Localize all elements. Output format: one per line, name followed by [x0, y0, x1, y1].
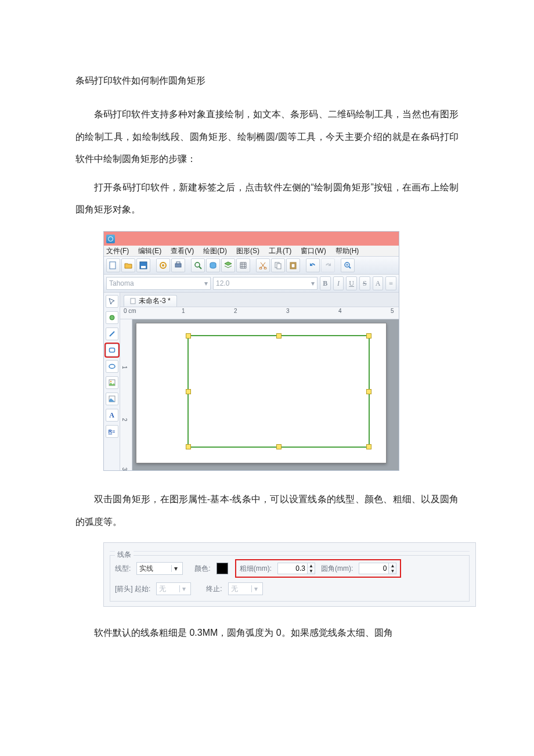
resize-handle-nw[interactable]: [186, 333, 191, 339]
svg-point-4: [162, 264, 164, 267]
print-icon[interactable]: [171, 258, 185, 272]
spinner-down-icon[interactable]: ▼: [308, 568, 315, 574]
menu-shape[interactable]: 图形(S): [236, 247, 259, 254]
svg-rect-2: [141, 266, 146, 268]
arrow-start-select[interactable]: 无 ▾: [156, 582, 191, 595]
thickness-input[interactable]: [277, 563, 308, 574]
rounded-rect-tool-icon[interactable]: [106, 344, 118, 357]
ellipse-tool-icon[interactable]: [106, 360, 118, 373]
radius-input[interactable]: [359, 563, 389, 574]
menu-help[interactable]: 帮助(H): [335, 247, 359, 254]
arrow-end-label: 终止:: [206, 585, 222, 592]
paragraph-4: 软件默认的线条粗细是 0.3MM，圆角弧度为 0。如果感觉线条太细、圆角: [75, 622, 459, 644]
app-titlebar: [104, 232, 399, 246]
database-icon[interactable]: [206, 258, 220, 272]
image-tool-icon[interactable]: [106, 376, 118, 389]
svg-rect-5: [175, 264, 181, 267]
settings-icon[interactable]: [156, 258, 170, 272]
radius-spinner[interactable]: ▲▼: [359, 563, 396, 574]
toolbar-separator: [336, 259, 340, 272]
resize-handle-n[interactable]: [276, 333, 282, 339]
picture-tool-icon[interactable]: [106, 393, 118, 405]
cut-icon[interactable]: [256, 258, 270, 272]
preview-icon[interactable]: [191, 258, 205, 272]
svg-rect-13: [277, 264, 281, 269]
paragraph-2: 打开条码打印软件，新建标签之后，点击软件左侧的“绘制圆角矩形”按钮，在画布上绘制…: [75, 177, 459, 221]
select-tool-icon[interactable]: [106, 295, 118, 308]
canvas-page: [136, 323, 387, 463]
menu-tools[interactable]: 工具(T): [269, 247, 291, 254]
menu-window[interactable]: 窗口(W): [301, 247, 326, 254]
svg-line-21: [110, 332, 114, 336]
ruler-y-1: 1: [121, 366, 127, 369]
line-type-select[interactable]: 实线 ▾: [136, 562, 183, 575]
svg-point-25: [110, 381, 111, 382]
ruler-y-2: 2: [121, 418, 127, 422]
chevron-down-icon: ▾: [251, 585, 260, 592]
spinner-down-icon[interactable]: ▼: [389, 568, 396, 574]
design-canvas[interactable]: [132, 319, 399, 470]
drawn-rounded-rect[interactable]: [187, 335, 370, 448]
work-area: A R≡ 未命名-3 * 0 cm 1 2 3 4 5 1 2: [104, 293, 399, 470]
canvas-wrapper: 未命名-3 * 0 cm 1 2 3 4 5 1 2 3: [120, 293, 399, 470]
arrow-end-select[interactable]: 无 ▾: [228, 582, 263, 595]
new-file-icon[interactable]: [106, 258, 120, 272]
redo-icon[interactable]: [321, 258, 335, 272]
ruler-x-1: 1: [182, 308, 185, 314]
font-family-select[interactable]: Tahoma ▾: [106, 277, 211, 290]
menu-draw[interactable]: 绘图(D): [203, 247, 227, 254]
resize-handle-w[interactable]: [186, 389, 191, 394]
line-color-swatch[interactable]: [217, 563, 228, 574]
horizontal-ruler: 0 cm 1 2 3 4 5: [120, 307, 399, 319]
strike-button[interactable]: S: [359, 276, 370, 290]
color-label: 颜色:: [194, 565, 210, 572]
layers-icon[interactable]: [221, 258, 235, 272]
style-button[interactable]: A: [373, 276, 384, 290]
spinner-up-icon[interactable]: ▲: [308, 563, 315, 568]
svg-rect-22: [109, 348, 114, 352]
align-button[interactable]: ≡: [385, 276, 396, 290]
menu-file[interactable]: 文件(F): [106, 247, 129, 254]
undo-icon[interactable]: [306, 258, 320, 272]
app-icon: [106, 235, 115, 243]
editor-screenshot: 文件(F) 编辑(E) 查看(V) 绘图(D) 图形(S) 工具(T) 窗口(W…: [103, 231, 399, 471]
menu-edit[interactable]: 编辑(E): [138, 247, 161, 254]
zoom-icon[interactable]: [341, 258, 355, 272]
bold-button[interactable]: B: [320, 276, 331, 290]
vertical-ruler: 1 2 3: [120, 319, 132, 470]
resize-handle-s[interactable]: [276, 444, 282, 449]
save-icon[interactable]: [136, 258, 150, 272]
paragraph-3: 双击圆角矩形，在图形属性-基本-线条中，可以设置线条的线型、颜色、粗细、以及圆角…: [75, 488, 459, 533]
line-type-value: 实线: [139, 565, 153, 572]
open-file-icon[interactable]: [121, 258, 135, 272]
line-fieldset: 线条 线型: 实线 ▾ 颜色: 粗细(mm): ▲▼ 圆角(mm): ▲▼: [110, 555, 470, 602]
grid-icon[interactable]: [236, 258, 250, 272]
resize-handle-e[interactable]: [366, 389, 371, 394]
paragraph-1: 条码打印软件支持多种对象直接绘制，如文本、条形码、二维码绘制工具，当然也有图形的…: [75, 103, 459, 170]
radius-label: 圆角(mm):: [321, 565, 353, 572]
spinner-up-icon[interactable]: ▲: [389, 563, 396, 568]
pan-tool-icon[interactable]: [106, 311, 118, 324]
ruler-x-0: 0 cm: [124, 308, 136, 314]
chevron-down-icon: ▾: [171, 565, 180, 572]
copy-icon[interactable]: [271, 258, 285, 272]
menu-view[interactable]: 查看(V): [171, 247, 194, 254]
svg-point-20: [110, 315, 114, 320]
italic-button[interactable]: I: [333, 276, 344, 290]
arrow-start-label: [箭头] 起始:: [115, 585, 150, 592]
underline-button[interactable]: U: [346, 276, 357, 290]
thickness-label: 粗细(mm):: [240, 565, 272, 572]
svg-point-23: [109, 365, 115, 369]
document-tab[interactable]: 未命名-3 *: [124, 295, 177, 307]
paste-icon[interactable]: [286, 258, 300, 272]
thickness-spinner[interactable]: ▲▼: [277, 563, 315, 574]
font-size-select[interactable]: 12.0 ▾: [213, 277, 317, 290]
line-tool-icon[interactable]: [106, 327, 118, 340]
resize-handle-se[interactable]: [366, 444, 371, 449]
resize-handle-sw[interactable]: [186, 444, 191, 449]
left-toolbar: A R≡: [104, 293, 120, 470]
text-tool-icon[interactable]: A: [106, 409, 118, 422]
richtext-tool-icon[interactable]: R≡: [106, 425, 118, 438]
resize-handle-ne[interactable]: [366, 333, 371, 339]
svg-point-7: [195, 262, 200, 267]
